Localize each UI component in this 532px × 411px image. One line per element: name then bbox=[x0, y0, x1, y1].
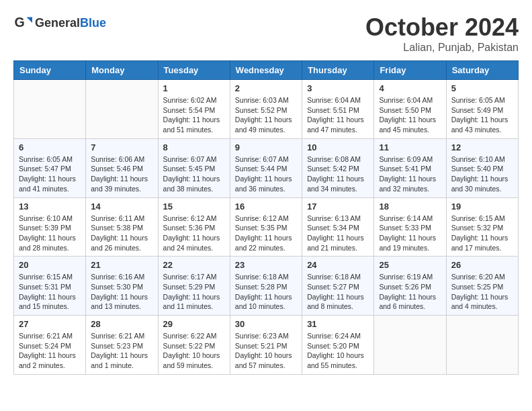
day-info: Sunrise: 6:21 AM Sunset: 5:23 PM Dayligh… bbox=[91, 331, 152, 371]
day-info: Sunrise: 6:14 AM Sunset: 5:33 PM Dayligh… bbox=[379, 214, 441, 253]
week-row-2: 6Sunrise: 6:05 AM Sunset: 5:47 PM Daylig… bbox=[14, 138, 519, 197]
header-cell-saturday: Saturday bbox=[446, 61, 518, 80]
day-number: 5 bbox=[451, 83, 513, 93]
calendar-cell: 11Sunrise: 6:09 AM Sunset: 5:41 PM Dayli… bbox=[374, 138, 446, 197]
day-number: 6 bbox=[19, 142, 81, 152]
day-number: 28 bbox=[91, 319, 152, 329]
day-number: 30 bbox=[235, 319, 297, 329]
day-number: 22 bbox=[163, 260, 225, 270]
day-number: 18 bbox=[379, 201, 441, 212]
day-info: Sunrise: 6:20 AM Sunset: 5:25 PM Dayligh… bbox=[451, 272, 513, 312]
svg-text:G: G bbox=[14, 15, 24, 30]
day-number: 3 bbox=[307, 83, 369, 93]
calendar-cell: 30Sunrise: 6:23 AM Sunset: 5:21 PM Dayli… bbox=[230, 316, 302, 375]
day-info: Sunrise: 6:17 AM Sunset: 5:29 PM Dayligh… bbox=[163, 272, 225, 312]
calendar-cell: 9Sunrise: 6:07 AM Sunset: 5:44 PM Daylig… bbox=[230, 138, 302, 197]
day-info: Sunrise: 6:13 AM Sunset: 5:34 PM Dayligh… bbox=[307, 214, 369, 253]
calendar-cell: 2Sunrise: 6:03 AM Sunset: 5:52 PM Daylig… bbox=[230, 80, 302, 139]
day-info: Sunrise: 6:04 AM Sunset: 5:50 PM Dayligh… bbox=[379, 95, 441, 135]
calendar-cell bbox=[446, 316, 518, 375]
calendar-cell: 20Sunrise: 6:15 AM Sunset: 5:31 PM Dayli… bbox=[14, 257, 86, 316]
calendar-cell: 28Sunrise: 6:21 AM Sunset: 5:23 PM Dayli… bbox=[86, 316, 158, 375]
day-info: Sunrise: 6:09 AM Sunset: 5:41 PM Dayligh… bbox=[379, 154, 441, 194]
calendar-cell: 7Sunrise: 6:06 AM Sunset: 5:46 PM Daylig… bbox=[86, 138, 158, 197]
day-number: 11 bbox=[379, 142, 441, 152]
calendar-cell: 25Sunrise: 6:19 AM Sunset: 5:26 PM Dayli… bbox=[374, 257, 446, 316]
calendar-cell: 14Sunrise: 6:11 AM Sunset: 5:38 PM Dayli… bbox=[86, 197, 158, 257]
calendar-cell: 26Sunrise: 6:20 AM Sunset: 5:25 PM Dayli… bbox=[446, 257, 518, 316]
day-number: 24 bbox=[307, 260, 369, 270]
header-row: SundayMondayTuesdayWednesdayThursdayFrid… bbox=[14, 61, 519, 80]
day-number: 8 bbox=[163, 142, 225, 152]
day-info: Sunrise: 6:22 AM Sunset: 5:22 PM Dayligh… bbox=[163, 331, 225, 371]
day-info: Sunrise: 6:07 AM Sunset: 5:44 PM Dayligh… bbox=[235, 154, 297, 194]
day-info: Sunrise: 6:10 AM Sunset: 5:40 PM Dayligh… bbox=[451, 154, 513, 194]
day-info: Sunrise: 6:12 AM Sunset: 5:35 PM Dayligh… bbox=[235, 214, 297, 253]
day-info: Sunrise: 6:05 AM Sunset: 5:49 PM Dayligh… bbox=[451, 95, 513, 135]
day-number: 31 bbox=[307, 319, 369, 329]
day-info: Sunrise: 6:15 AM Sunset: 5:32 PM Dayligh… bbox=[451, 214, 513, 253]
day-number: 4 bbox=[379, 83, 441, 93]
day-number: 14 bbox=[91, 201, 152, 212]
calendar-cell: 4Sunrise: 6:04 AM Sunset: 5:50 PM Daylig… bbox=[374, 80, 446, 139]
title-block: October 2024 Lalian, Punjab, Pakistan bbox=[365, 13, 519, 54]
svg-marker-1 bbox=[27, 17, 32, 23]
calendar-cell: 27Sunrise: 6:21 AM Sunset: 5:24 PM Dayli… bbox=[14, 316, 86, 375]
calendar-cell bbox=[86, 80, 158, 139]
calendar-table: SundayMondayTuesdayWednesdayThursdayFrid… bbox=[13, 60, 519, 375]
page-header: G General Blue October 2024 Lalian, Punj… bbox=[13, 13, 519, 54]
week-row-4: 20Sunrise: 6:15 AM Sunset: 5:31 PM Dayli… bbox=[14, 257, 519, 316]
day-number: 29 bbox=[163, 319, 225, 329]
day-info: Sunrise: 6:03 AM Sunset: 5:52 PM Dayligh… bbox=[235, 95, 297, 135]
calendar-cell: 18Sunrise: 6:14 AM Sunset: 5:33 PM Dayli… bbox=[374, 197, 446, 257]
header-cell-sunday: Sunday bbox=[14, 61, 86, 80]
calendar-cell: 3Sunrise: 6:04 AM Sunset: 5:51 PM Daylig… bbox=[302, 80, 374, 139]
day-info: Sunrise: 6:19 AM Sunset: 5:26 PM Dayligh… bbox=[379, 272, 441, 312]
day-info: Sunrise: 6:06 AM Sunset: 5:46 PM Dayligh… bbox=[91, 154, 152, 194]
day-number: 17 bbox=[307, 201, 369, 212]
day-info: Sunrise: 6:08 AM Sunset: 5:42 PM Dayligh… bbox=[307, 154, 369, 194]
calendar-cell: 12Sunrise: 6:10 AM Sunset: 5:40 PM Dayli… bbox=[446, 138, 518, 197]
header-cell-tuesday: Tuesday bbox=[158, 61, 230, 80]
day-number: 23 bbox=[235, 260, 297, 270]
calendar-cell: 5Sunrise: 6:05 AM Sunset: 5:49 PM Daylig… bbox=[446, 80, 518, 139]
day-info: Sunrise: 6:18 AM Sunset: 5:27 PM Dayligh… bbox=[307, 272, 369, 312]
day-info: Sunrise: 6:15 AM Sunset: 5:31 PM Dayligh… bbox=[19, 272, 81, 312]
calendar-cell: 13Sunrise: 6:10 AM Sunset: 5:39 PM Dayli… bbox=[14, 197, 86, 257]
header-cell-monday: Monday bbox=[86, 61, 158, 80]
calendar-cell: 21Sunrise: 6:16 AM Sunset: 5:30 PM Dayli… bbox=[86, 257, 158, 316]
calendar-cell: 17Sunrise: 6:13 AM Sunset: 5:34 PM Dayli… bbox=[302, 197, 374, 257]
day-number: 12 bbox=[451, 142, 513, 152]
day-number: 16 bbox=[235, 201, 297, 212]
day-number: 15 bbox=[163, 201, 225, 212]
day-info: Sunrise: 6:24 AM Sunset: 5:20 PM Dayligh… bbox=[307, 331, 369, 371]
day-info: Sunrise: 6:18 AM Sunset: 5:28 PM Dayligh… bbox=[235, 272, 297, 312]
header-cell-wednesday: Wednesday bbox=[230, 61, 302, 80]
month-year-title: October 2024 bbox=[365, 13, 519, 42]
day-number: 9 bbox=[235, 142, 297, 152]
day-info: Sunrise: 6:02 AM Sunset: 5:54 PM Dayligh… bbox=[163, 95, 225, 135]
calendar-cell: 16Sunrise: 6:12 AM Sunset: 5:35 PM Dayli… bbox=[230, 197, 302, 257]
day-number: 21 bbox=[91, 260, 152, 270]
calendar-cell: 24Sunrise: 6:18 AM Sunset: 5:27 PM Dayli… bbox=[302, 257, 374, 316]
calendar-cell: 23Sunrise: 6:18 AM Sunset: 5:28 PM Dayli… bbox=[230, 257, 302, 316]
calendar-cell: 10Sunrise: 6:08 AM Sunset: 5:42 PM Dayli… bbox=[302, 138, 374, 197]
calendar-cell: 22Sunrise: 6:17 AM Sunset: 5:29 PM Dayli… bbox=[158, 257, 230, 316]
day-number: 13 bbox=[19, 201, 81, 212]
day-info: Sunrise: 6:23 AM Sunset: 5:21 PM Dayligh… bbox=[235, 331, 297, 371]
day-info: Sunrise: 6:12 AM Sunset: 5:36 PM Dayligh… bbox=[163, 214, 225, 253]
calendar-cell: 29Sunrise: 6:22 AM Sunset: 5:22 PM Dayli… bbox=[158, 316, 230, 375]
logo-icon: G bbox=[13, 13, 32, 32]
calendar-cell: 8Sunrise: 6:07 AM Sunset: 5:45 PM Daylig… bbox=[158, 138, 230, 197]
day-number: 7 bbox=[91, 142, 152, 152]
calendar-cell bbox=[14, 80, 86, 139]
calendar-cell: 6Sunrise: 6:05 AM Sunset: 5:47 PM Daylig… bbox=[14, 138, 86, 197]
calendar-cell: 15Sunrise: 6:12 AM Sunset: 5:36 PM Dayli… bbox=[158, 197, 230, 257]
calendar-header: SundayMondayTuesdayWednesdayThursdayFrid… bbox=[14, 61, 519, 80]
location-subtitle: Lalian, Punjab, Pakistan bbox=[365, 42, 519, 54]
day-number: 20 bbox=[19, 260, 81, 270]
day-info: Sunrise: 6:10 AM Sunset: 5:39 PM Dayligh… bbox=[19, 214, 81, 253]
day-info: Sunrise: 6:11 AM Sunset: 5:38 PM Dayligh… bbox=[91, 214, 152, 253]
header-cell-friday: Friday bbox=[374, 61, 446, 80]
day-info: Sunrise: 6:21 AM Sunset: 5:24 PM Dayligh… bbox=[19, 331, 81, 371]
